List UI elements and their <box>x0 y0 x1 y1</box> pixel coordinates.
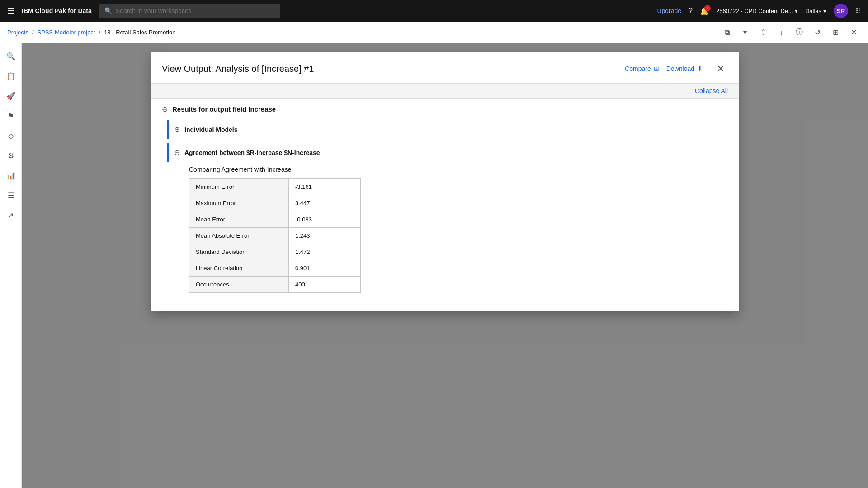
table-row: Mean Absolute Error 1.243 <box>189 228 361 244</box>
sidebar-icon-chart[interactable]: 📊 <box>2 166 20 184</box>
main-area: View Output: Analysis of [Increase] #1 C… <box>22 43 868 488</box>
breadcrumb-projects[interactable]: Projects <box>7 29 28 36</box>
subsection2-title: Agreement between $R-Increase $N-Increas… <box>184 149 320 156</box>
table-section: Comparing Agreement with Increase Minimu… <box>173 162 728 300</box>
stat-label: Mean Error <box>189 211 289 228</box>
sidebar-icon-search[interactable]: 🔍 <box>2 47 20 65</box>
help-icon[interactable]: ? <box>689 7 693 15</box>
sidebar-icon-flag[interactable]: ⚑ <box>2 107 20 125</box>
sidebar-icon-tool[interactable]: ⚙ <box>2 146 20 164</box>
hamburger-icon[interactable]: ☰ <box>7 6 14 16</box>
section-results: ⊖ Results for output field Increase ⊕ In… <box>151 99 739 311</box>
table-label: Comparing Agreement with Increase <box>189 166 728 173</box>
subsection-individual-models: ⊕ Individual Models <box>173 120 728 139</box>
subsection2-collapse-icon: ⊖ <box>174 148 180 157</box>
breadcrumb-bar: Projects / SPSS Modeler project / 13 - R… <box>0 22 868 43</box>
modal: View Output: Analysis of [Increase] #1 C… <box>151 52 739 311</box>
compare-label: Compare <box>625 65 651 72</box>
stat-value: 0.901 <box>289 260 361 277</box>
modal-body[interactable]: ⊖ Results for output field Increase ⊕ In… <box>151 99 739 311</box>
search-icon: 🔍 <box>104 7 112 14</box>
apps-icon[interactable]: ⠿ <box>855 7 861 15</box>
subsection-individual-models-header[interactable]: ⊕ Individual Models <box>167 120 728 139</box>
stat-value: 400 <box>289 277 361 293</box>
breadcrumb-action-3[interactable]: ⇧ <box>756 25 770 40</box>
subsection1-title: Individual Models <box>184 126 237 133</box>
workspace-chevron-icon: ▾ <box>795 8 798 14</box>
breadcrumb-action-6[interactable]: ↺ <box>810 25 825 40</box>
modal-close-button[interactable]: ✕ <box>713 61 728 76</box>
user-avatar[interactable]: SR <box>834 4 848 18</box>
breadcrumb-current: 13 - Retail Sales Promotion <box>104 29 175 36</box>
region-label: Dallas <box>805 8 821 14</box>
table-row: Minimum Error -3.161 <box>189 179 361 195</box>
download-label: Download <box>666 65 694 72</box>
table-row: Linear Correlation 0.901 <box>189 260 361 277</box>
notification-icon[interactable]: 🔔 1 <box>700 7 709 15</box>
region-selector[interactable]: Dallas ▾ <box>805 8 826 14</box>
stat-label: Linear Correlation <box>189 260 289 277</box>
modal-header-actions: Compare ⊞ Download ⬇ <box>625 65 703 72</box>
sidebar-icon-layers[interactable]: 📋 <box>2 67 20 85</box>
stat-label: Maximum Error <box>189 195 289 211</box>
download-icon: ⬇ <box>697 65 703 72</box>
compare-button[interactable]: Compare ⊞ <box>625 65 659 72</box>
breadcrumb-action-2[interactable]: ▾ <box>738 25 752 40</box>
app-layout: 🔍 📋 🚀 ⚑ ◇ ⚙ 📊 ☰ ↗ View Output: Analysis … <box>0 43 868 488</box>
stat-label: Minimum Error <box>189 179 289 195</box>
notification-badge: 1 <box>704 5 711 11</box>
subsection-agreement-header[interactable]: ⊖ Agreement between $R-Increase $N-Incre… <box>167 143 728 162</box>
sidebar-icon-diamond[interactable]: ◇ <box>2 127 20 145</box>
download-button[interactable]: Download ⬇ <box>666 65 703 72</box>
table-row: Occurrences 400 <box>189 277 361 293</box>
table-row: Standard Deviation 1.472 <box>189 244 361 260</box>
stat-label: Mean Absolute Error <box>189 228 289 244</box>
stat-value: 1.472 <box>289 244 361 260</box>
modal-toolbar: Collapse All <box>151 84 739 99</box>
breadcrumb-actions: ⧉ ▾ ⇧ ↓ ⓘ ↺ ⊞ ✕ <box>720 25 861 40</box>
breadcrumb-action-1[interactable]: ⧉ <box>720 25 734 40</box>
region-chevron-icon: ▾ <box>823 8 826 14</box>
breadcrumb-sep-2: / <box>99 29 101 36</box>
section-results-header[interactable]: ⊖ Results for output field Increase <box>151 99 739 120</box>
app-logo: IBM Cloud Pak for Data <box>22 7 92 14</box>
modal-overlay: View Output: Analysis of [Increase] #1 C… <box>22 43 868 488</box>
search-input[interactable] <box>116 7 274 14</box>
stat-value: 1.243 <box>289 228 361 244</box>
top-nav: ☰ IBM Cloud Pak for Data 🔍 Upgrade ? 🔔 1… <box>0 0 868 22</box>
stats-table: Minimum Error -3.161 Maximum Error 3.447… <box>189 178 361 293</box>
compare-icon: ⊞ <box>654 65 659 72</box>
breadcrumb-action-5[interactable]: ⓘ <box>792 25 807 40</box>
stat-value: -0.093 <box>289 211 361 228</box>
collapse-all-button[interactable]: Collapse All <box>695 87 728 94</box>
modal-title: View Output: Analysis of [Increase] #1 <box>162 64 625 74</box>
modal-header: View Output: Analysis of [Increase] #1 C… <box>151 52 739 84</box>
stat-label: Occurrences <box>189 277 289 293</box>
sidebar-icon-export[interactable]: ↗ <box>2 206 20 224</box>
breadcrumb-close[interactable]: ✕ <box>846 25 861 40</box>
subsection1-expand-icon: ⊕ <box>174 125 180 134</box>
stat-value: 3.447 <box>289 195 361 211</box>
breadcrumb-sep-1: / <box>32 29 34 36</box>
breadcrumb-spss-project[interactable]: SPSS Modeler project <box>38 29 95 36</box>
stat-label: Standard Deviation <box>189 244 289 260</box>
workspace-selector[interactable]: 2560722 - CPD Content De... ▾ <box>716 8 798 14</box>
workspace-label: 2560722 - CPD Content De... <box>716 8 793 14</box>
subsection-agreement: ⊖ Agreement between $R-Increase $N-Incre… <box>173 143 728 300</box>
table-row: Maximum Error 3.447 <box>189 195 361 211</box>
section-results-title: Results for output field Increase <box>172 105 276 113</box>
table-row: Mean Error -0.093 <box>189 211 361 228</box>
breadcrumb-action-7[interactable]: ⊞ <box>828 25 843 40</box>
stat-value: -3.161 <box>289 179 361 195</box>
sidebar: 🔍 📋 🚀 ⚑ ◇ ⚙ 📊 ☰ ↗ <box>0 43 22 488</box>
section-results-content: ⊕ Individual Models ⊖ Agreement between … <box>151 120 739 311</box>
upgrade-link[interactable]: Upgrade <box>657 7 681 14</box>
sidebar-icon-rocket[interactable]: 🚀 <box>2 87 20 105</box>
breadcrumb-action-4[interactable]: ↓ <box>774 25 788 40</box>
sidebar-icon-list[interactable]: ☰ <box>2 186 20 204</box>
search-bar[interactable]: 🔍 <box>99 4 280 18</box>
section-collapse-icon: ⊖ <box>162 105 168 113</box>
